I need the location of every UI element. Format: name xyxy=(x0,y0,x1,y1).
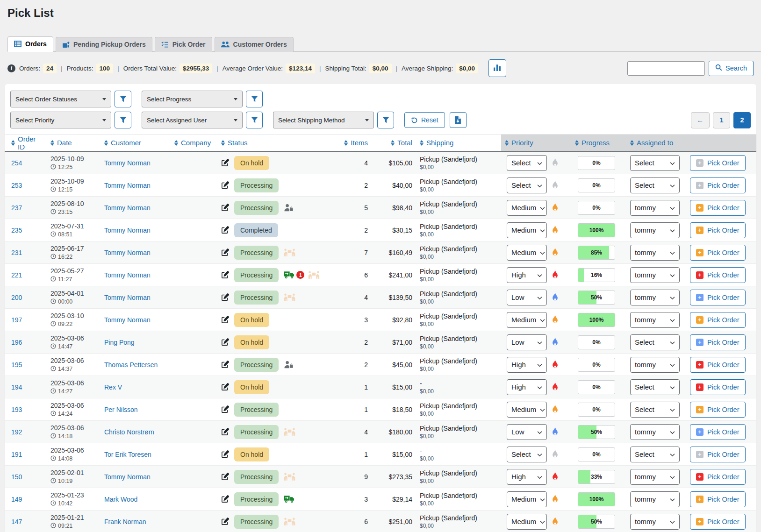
assigned-select[interactable]: tommy xyxy=(630,200,680,216)
priority-select[interactable]: Medium xyxy=(507,222,547,238)
chart-toggle-button[interactable] xyxy=(488,59,506,77)
priority-select[interactable]: Medium xyxy=(507,200,547,216)
priority-select[interactable]: High xyxy=(507,267,547,283)
pick-order-button[interactable]: + Pick Order xyxy=(690,177,746,193)
order-id-link[interactable]: 191 xyxy=(11,451,22,458)
assigned-select[interactable]: Select xyxy=(630,155,680,171)
pick-order-button[interactable]: + Pick Order xyxy=(690,379,746,395)
edit-status-icon[interactable] xyxy=(221,383,229,391)
customer-link[interactable]: Tommy Norman xyxy=(104,294,151,301)
priority-select[interactable]: Select xyxy=(507,155,547,171)
priority-select[interactable]: Medium xyxy=(507,312,547,328)
column-header-progress[interactable]: Progress xyxy=(571,135,626,151)
pick-order-button[interactable]: + Pick Order xyxy=(690,334,746,350)
order-id-link[interactable]: 254 xyxy=(11,159,22,167)
customer-link[interactable]: Tor Erik Toresen xyxy=(104,451,151,458)
edit-status-icon[interactable] xyxy=(221,316,229,324)
pick-order-button[interactable]: + Pick Order xyxy=(690,245,746,261)
export-button[interactable] xyxy=(450,112,467,128)
tab-customer-orders[interactable]: Customer Orders xyxy=(215,37,294,52)
priority-select[interactable]: Medium xyxy=(507,402,547,418)
order-id-link[interactable]: 196 xyxy=(11,339,22,346)
apply-filter-button[interactable] xyxy=(115,91,131,107)
order-id-link[interactable]: 195 xyxy=(11,361,22,369)
order-id-link[interactable]: 194 xyxy=(11,383,22,391)
edit-status-icon[interactable] xyxy=(221,361,229,369)
assigned-select[interactable]: tommy xyxy=(630,469,680,485)
customer-link[interactable]: Christo Norstrøm xyxy=(104,428,154,436)
apply-filter-button[interactable] xyxy=(377,112,394,128)
order-id-link[interactable]: 147 xyxy=(11,518,22,525)
pick-order-button[interactable]: + Pick Order xyxy=(690,491,746,507)
column-header-company[interactable]: Company xyxy=(171,135,217,151)
column-header-date[interactable]: Date xyxy=(47,135,101,151)
assigned-select[interactable]: tommy xyxy=(630,267,680,283)
pick-order-button[interactable]: + Pick Order xyxy=(690,424,746,440)
assigned-select[interactable]: tommy xyxy=(630,491,680,507)
pick-order-button[interactable]: + Pick Order xyxy=(690,155,746,171)
priority-select[interactable]: Low xyxy=(507,290,547,305)
pick-order-button[interactable]: + Pick Order xyxy=(690,312,746,328)
priority-select[interactable]: Low xyxy=(507,334,547,350)
search-input[interactable] xyxy=(627,61,705,76)
page-button-1[interactable]: 1 xyxy=(713,112,730,128)
customer-link[interactable]: Tommy Norman xyxy=(104,271,151,279)
pick-order-button[interactable]: + Pick Order xyxy=(690,290,746,305)
priority-select[interactable]: High xyxy=(507,357,547,373)
edit-status-icon[interactable] xyxy=(221,226,229,234)
pick-order-button[interactable]: + Pick Order xyxy=(690,267,746,283)
column-header-assigned-to[interactable]: Assigned to xyxy=(626,135,686,151)
pick-order-button[interactable]: + Pick Order xyxy=(690,402,746,418)
assigned-select[interactable]: tommy xyxy=(630,357,680,373)
customer-link[interactable]: Tommy Norman xyxy=(104,249,151,256)
edit-status-icon[interactable] xyxy=(221,159,229,167)
column-header-customer[interactable]: Customer xyxy=(101,135,171,151)
column-header-order-id[interactable]: Order ID xyxy=(5,135,47,151)
column-header-total[interactable]: Total xyxy=(372,135,416,151)
order-id-link[interactable]: 197 xyxy=(11,316,22,324)
edit-status-icon[interactable] xyxy=(221,405,229,413)
edit-status-icon[interactable] xyxy=(221,495,229,503)
assigned-select[interactable]: tommy xyxy=(630,245,680,261)
prev-page-button[interactable]: ← xyxy=(691,112,710,128)
edit-status-icon[interactable] xyxy=(221,518,229,525)
customer-link[interactable]: Thomas Pettersen xyxy=(104,361,158,369)
select-priority-dropdown[interactable]: Select Priority xyxy=(10,112,111,128)
edit-status-icon[interactable] xyxy=(221,293,229,301)
pick-order-button[interactable]: + Pick Order xyxy=(690,357,746,373)
edit-status-icon[interactable] xyxy=(221,248,229,256)
pick-order-button[interactable]: + Pick Order xyxy=(690,514,746,530)
apply-filter-button[interactable] xyxy=(246,91,263,107)
edit-status-icon[interactable] xyxy=(221,428,229,436)
assigned-select[interactable]: tommy xyxy=(630,222,680,238)
customer-link[interactable]: Per Nilsson xyxy=(104,406,138,413)
edit-status-icon[interactable] xyxy=(221,338,229,346)
tab-pick-order[interactable]: Pick Order xyxy=(155,37,212,52)
priority-select[interactable]: High xyxy=(507,379,547,395)
order-id-link[interactable]: 192 xyxy=(11,428,22,436)
customer-link[interactable]: Tommy Norman xyxy=(104,473,151,481)
column-header-items[interactable]: Items xyxy=(344,135,372,151)
assigned-select[interactable]: tommy xyxy=(630,424,680,440)
order-id-link[interactable]: 221 xyxy=(11,271,22,279)
priority-select[interactable]: Select xyxy=(507,447,547,462)
priority-select[interactable]: Medium xyxy=(507,245,547,261)
customer-link[interactable]: Frank Norman xyxy=(104,518,146,525)
edit-status-icon[interactable] xyxy=(221,181,229,189)
order-id-link[interactable]: 200 xyxy=(11,294,22,301)
page-button-2[interactable]: 2 xyxy=(733,112,751,128)
apply-filter-button[interactable] xyxy=(246,112,263,128)
assigned-select[interactable]: Select xyxy=(630,177,680,193)
order-id-link[interactable]: 149 xyxy=(11,496,22,503)
assigned-select[interactable]: Select xyxy=(630,447,680,462)
priority-select[interactable]: Medium xyxy=(507,491,547,507)
customer-link[interactable]: Tommy Norman xyxy=(104,182,151,189)
search-button[interactable]: Search xyxy=(709,61,754,76)
pick-order-button[interactable]: + Pick Order xyxy=(690,447,746,462)
select-assigned-user-dropdown[interactable]: Select Assigned User xyxy=(142,112,243,128)
order-id-link[interactable]: 253 xyxy=(11,182,22,189)
order-id-link[interactable]: 237 xyxy=(11,204,22,212)
order-id-link[interactable]: 150 xyxy=(11,473,22,481)
apply-filter-button[interactable] xyxy=(115,112,131,128)
column-header-shipping[interactable]: Shipping xyxy=(416,135,501,151)
